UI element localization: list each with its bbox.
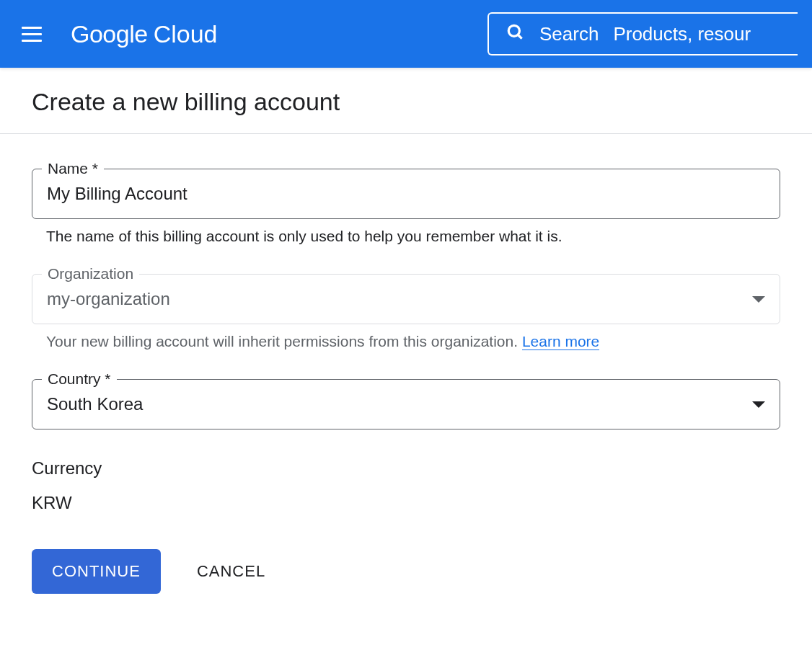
logo[interactable]: Google Cloud: [71, 20, 217, 48]
svg-line-1: [518, 35, 521, 38]
logo-google-text: Google: [71, 20, 148, 48]
page-title: Create a new billing account: [32, 88, 780, 116]
organization-value: my-organization: [47, 289, 170, 309]
button-row: CONTINUE CANCEL: [32, 549, 780, 594]
name-input[interactable]: [32, 169, 780, 219]
continue-button[interactable]: CONTINUE: [32, 549, 161, 594]
currency-label: Currency: [32, 458, 780, 478]
svg-point-0: [508, 25, 519, 36]
hamburger-icon: [22, 27, 42, 29]
search-placeholder-text: Products, resour: [613, 23, 751, 45]
billing-form: Name * The name of this billing account …: [0, 134, 812, 628]
country-field-group: Country * South Korea: [32, 379, 780, 429]
name-helper-text: The name of this billing account is only…: [32, 228, 780, 245]
search-box[interactable]: Search Products, resour: [487, 12, 798, 55]
menu-button[interactable]: [14, 19, 49, 49]
organization-helper-prefix: Your new billing account will inherit pe…: [46, 333, 522, 350]
chevron-down-icon: [752, 296, 765, 303]
name-label: Name *: [42, 160, 104, 177]
cancel-button[interactable]: CANCEL: [197, 562, 265, 581]
chevron-down-icon: [752, 401, 765, 408]
search-icon: [506, 23, 525, 45]
country-select[interactable]: South Korea: [32, 379, 780, 429]
country-value: South Korea: [47, 394, 143, 414]
search-label: Search: [539, 23, 599, 45]
currency-value: KRW: [32, 493, 780, 513]
country-label: Country *: [42, 370, 117, 388]
logo-cloud-text: Cloud: [154, 20, 218, 48]
page-title-section: Create a new billing account: [0, 68, 812, 134]
organization-helper-text: Your new billing account will inherit pe…: [32, 333, 780, 350]
organization-label: Organization: [42, 265, 139, 282]
organization-select[interactable]: my-organization: [32, 274, 780, 324]
currency-section: Currency KRW: [32, 458, 780, 513]
learn-more-link[interactable]: Learn more: [522, 333, 599, 350]
organization-field-group: Organization my-organization: [32, 274, 780, 324]
name-field-group: Name *: [32, 169, 780, 219]
app-header: Google Cloud Search Products, resour: [0, 0, 812, 68]
